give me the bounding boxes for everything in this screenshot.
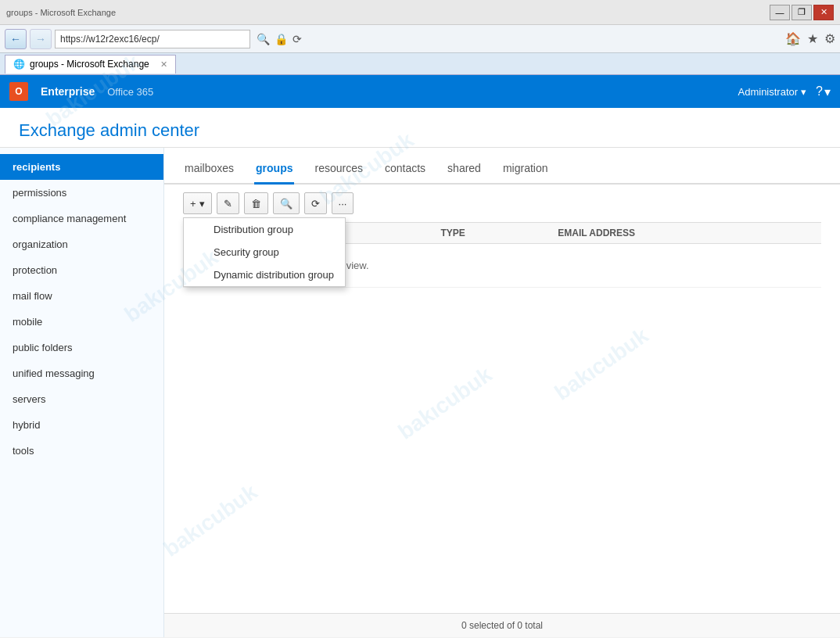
- window-chrome: groups - Microsoft Exchange — ❐ ✕: [0, 0, 840, 25]
- admin-dropdown-icon: ▾: [801, 86, 806, 98]
- back-button[interactable]: ←: [5, 29, 27, 49]
- search-button[interactable]: 🔍: [273, 192, 300, 214]
- dropdown-item-distribution-label: Distribution group: [214, 224, 293, 235]
- content-area: mailboxes groups resources contacts shar…: [164, 148, 840, 637]
- edit-button[interactable]: ✎: [217, 192, 239, 214]
- sidebar-item-tools[interactable]: tools: [0, 438, 163, 464]
- sidebar: recipients permissions compliance manage…: [0, 148, 164, 637]
- lock-icon: 🔒: [275, 33, 288, 45]
- admin-label: Administrator: [738, 86, 799, 98]
- browser-tab[interactable]: 🌐 groups - Microsoft Exchange ✕: [5, 55, 176, 73]
- top-nav-right: Administrator ▾ ? ▾: [738, 84, 831, 99]
- sidebar-item-servers[interactable]: servers: [0, 386, 163, 412]
- favorites-icon[interactable]: ★: [807, 31, 818, 46]
- admin-menu-button[interactable]: Administrator ▾: [738, 86, 807, 98]
- sidebar-item-mobile[interactable]: mobile: [0, 309, 163, 335]
- minimize-button[interactable]: —: [770, 5, 790, 20]
- browser-tab-bar: 🌐 groups - Microsoft Exchange ✕: [0, 53, 840, 75]
- add-dropdown-menu: Distribution group Security group Dynami…: [183, 217, 346, 287]
- tab-mailboxes[interactable]: mailboxes: [183, 157, 235, 185]
- browser-toolbar: 🏠 ★ ⚙: [785, 31, 835, 46]
- home-icon[interactable]: 🏠: [785, 31, 801, 46]
- content-tabs: mailboxes groups resources contacts shar…: [164, 148, 840, 185]
- status-bar: 0 selected of 0 total: [164, 613, 840, 637]
- dropdown-item-security-group[interactable]: Security group: [184, 241, 345, 263]
- sidebar-item-publicfolders[interactable]: public folders: [0, 335, 163, 360]
- close-button[interactable]: ✕: [813, 5, 834, 20]
- address-bar: ← → https://w12r2exc16/ecp/ 🔍 🔒 ⟳ 🏠 ★ ⚙: [0, 25, 840, 53]
- sidebar-item-compliance[interactable]: compliance management: [0, 206, 163, 231]
- enterprise-label: Enterprise: [41, 85, 95, 98]
- delete-button[interactable]: 🗑: [244, 192, 268, 214]
- refresh-bar-icon[interactable]: ⟳: [293, 33, 302, 45]
- tab-shared[interactable]: shared: [446, 157, 483, 185]
- tab-title: groups - Microsoft Exchange: [30, 59, 149, 70]
- page-header: Exchange admin center: [0, 108, 840, 148]
- tab-groups[interactable]: groups: [254, 157, 294, 185]
- top-nav: O Enterprise Office 365 Administrator ▾ …: [0, 75, 840, 108]
- help-label: ?: [816, 84, 823, 99]
- more-icon: ···: [339, 198, 347, 210]
- restore-button[interactable]: ❐: [792, 5, 812, 20]
- dropdown-item-dynamic-label: Dynamic distribution group: [214, 269, 334, 281]
- add-icon: +: [190, 198, 196, 210]
- sidebar-item-mailflow[interactable]: mail flow: [0, 283, 163, 309]
- help-button[interactable]: ? ▾: [816, 84, 831, 99]
- search-bar-icon[interactable]: 🔍: [257, 33, 270, 45]
- dropdown-item-dynamic-group[interactable]: Dynamic distribution group: [184, 263, 345, 286]
- status-text: 0 selected of 0 total: [461, 620, 543, 631]
- col-email-address: EMAIL ADDRESS: [550, 223, 821, 244]
- window-controls: — ❐ ✕: [770, 5, 834, 20]
- search-icon: 🔍: [280, 198, 293, 210]
- office365-label: Office 365: [107, 86, 153, 98]
- page-title: Exchange admin center: [19, 120, 199, 140]
- add-button[interactable]: + ▾: [183, 192, 212, 214]
- tab-close-icon[interactable]: ✕: [160, 59, 167, 70]
- office-icon: O: [9, 82, 28, 101]
- refresh-button[interactable]: ⟳: [304, 192, 327, 214]
- window-title: groups - Microsoft Exchange: [6, 8, 116, 17]
- help-dropdown-icon: ▾: [824, 84, 831, 99]
- add-dropdown-icon: ▾: [199, 198, 205, 210]
- settings-icon[interactable]: ⚙: [824, 31, 835, 46]
- tab-icon: 🌐: [13, 59, 25, 70]
- sidebar-item-protection[interactable]: protection: [0, 257, 163, 283]
- tab-resources[interactable]: resources: [313, 157, 364, 185]
- forward-button[interactable]: →: [30, 29, 52, 49]
- dropdown-item-security-label: Security group: [214, 246, 279, 258]
- url-input[interactable]: https://w12r2exc16/ecp/: [55, 30, 250, 48]
- sidebar-item-hybrid[interactable]: hybrid: [0, 412, 163, 438]
- dropdown-item-distribution-group[interactable]: Distribution group: [184, 218, 345, 241]
- sidebar-item-permissions[interactable]: permissions: [0, 180, 163, 206]
- col-type: TYPE: [433, 223, 550, 244]
- sidebar-item-unifiedmessaging[interactable]: unified messaging: [0, 360, 163, 386]
- more-button[interactable]: ···: [332, 192, 354, 214]
- tab-contacts[interactable]: contacts: [383, 157, 427, 185]
- main-layout: recipients permissions compliance manage…: [0, 148, 840, 637]
- delete-icon: 🗑: [251, 198, 261, 210]
- content-toolbar: + ▾ ✎ 🗑 🔍 ⟳ ··· Distribution: [164, 185, 840, 222]
- tab-migration[interactable]: migration: [501, 157, 550, 185]
- edit-icon: ✎: [224, 198, 232, 210]
- refresh-icon: ⟳: [311, 198, 320, 210]
- sidebar-item-recipients[interactable]: recipients: [0, 154, 163, 180]
- sidebar-item-organization[interactable]: organization: [0, 231, 163, 257]
